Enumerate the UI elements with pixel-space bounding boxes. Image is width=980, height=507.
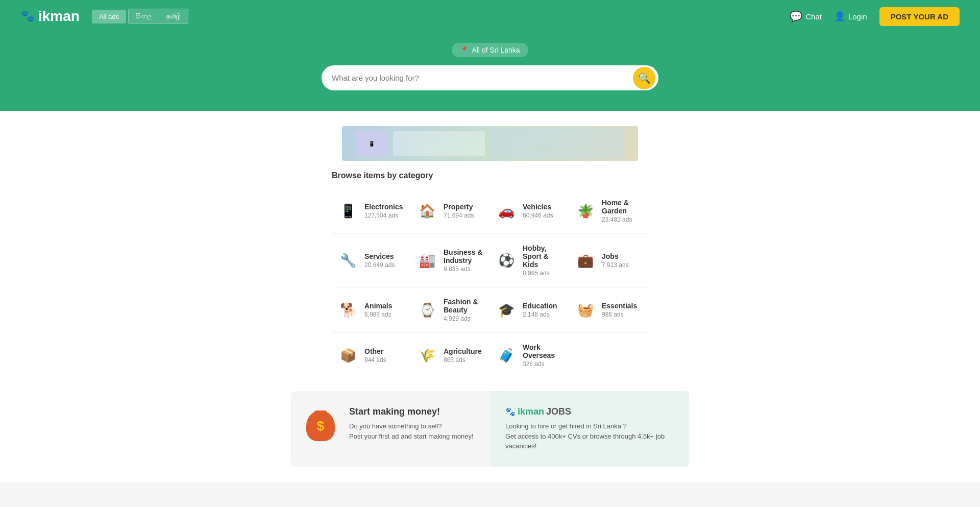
row-divider-1 [332,287,648,287]
login-button[interactable]: 👤 Login [834,11,867,22]
category-name-education: Education [523,302,557,310]
category-icon-vehicles: 🚗 [496,201,517,221]
category-icon-work-overseas: 🧳 [496,345,517,366]
logo-icon: 🐾 [20,10,34,23]
category-count-work-overseas: 326 ads [523,360,563,368]
category-info-education: Education 2,148 ads [523,302,557,318]
search-bar-wrap: 🔍 [322,65,658,90]
category-icon-electronics: 📱 [338,201,358,221]
category-item-agriculture[interactable]: 🌾 Agriculture 865 ads [411,335,490,376]
category-name-services: Services [364,252,395,260]
nav-all-ads[interactable]: All ads [92,10,126,23]
category-count-education: 2,148 ads [523,311,557,318]
category-name-property: Property [444,203,474,211]
category-item-essentials[interactable]: 🧺 Essentials 986 ads [569,289,648,330]
category-icon-agriculture: 🌾 [417,345,437,366]
bottom-card-sell: $ Start making money! Do you have someth… [291,391,490,467]
category-item-electronics[interactable]: 📱 Electronics 127,504 ads [332,190,411,231]
chat-button[interactable]: 💬 Chat [790,10,822,22]
location-text: All of Sri Lanka [472,46,520,54]
category-name-hobby-sport-kids: Hobby, Sport & Kids [523,244,563,269]
category-name-other: Other [364,347,386,355]
search-input[interactable] [322,65,658,90]
category-count-animals: 6,983 ads [364,311,392,318]
jobs-card-line2: Get access to 400k+ CVs or browse throug… [505,431,674,451]
search-button[interactable]: 🔍 [633,67,655,89]
category-info-hobby-sport-kids: Hobby, Sport & Kids 8,995 ads [523,244,563,277]
category-item-hobby-sport-kids[interactable]: ⚽ Hobby, Sport & Kids 8,995 ads [490,236,569,285]
category-count-electronics: 127,504 ads [364,212,403,219]
category-item-vehicles[interactable]: 🚗 Vehicles 60,946 ads [490,190,569,231]
category-count-business-industry: 9,835 ads [444,265,484,273]
category-item-business-industry[interactable]: 🏭 Business & Industry 9,835 ads [411,236,490,285]
category-icon-home-garden: 🪴 [575,201,596,221]
category-item-education[interactable]: 🎓 Education 2,148 ads [490,289,569,330]
category-item-services[interactable]: 🔧 Services 20,649 ads [332,236,411,285]
category-name-business-industry: Business & Industry [444,248,484,264]
sell-card-text: Start making money! Do you have somethin… [349,406,474,441]
category-icon-jobs: 💼 [575,250,596,271]
header: 🐾 ikman All ads සිංහල தமிழ் 💬 Chat 👤 Log… [0,0,980,33]
category-item-work-overseas[interactable]: 🧳 Work Overseas 326 ads [490,335,569,376]
post-ad-button[interactable]: POST YOUR AD [879,7,960,26]
category-item-property[interactable]: 🏠 Property 71,694 ads [411,190,490,231]
category-item-home-garden[interactable]: 🪴 Home & Garden 23,482 ads [569,190,648,231]
category-count-vehicles: 60,946 ads [523,212,553,219]
bottom-card-jobs: 🐾 ikman JOBS Looking to hire or get hire… [490,391,689,467]
logo[interactable]: 🐾 ikman [20,8,80,25]
category-count-home-garden: 23,482 ads [602,216,642,223]
category-info-property: Property 71,694 ads [444,203,474,219]
category-info-work-overseas: Work Overseas 326 ads [523,343,563,368]
category-item-other[interactable]: 📦 Other 944 ads [332,335,411,376]
lang-tamil[interactable]: தமிழ் [159,9,188,23]
chat-heart-icon: 💬 [790,10,802,22]
category-info-other: Other 944 ads [364,347,386,364]
category-name-animals: Animals [364,302,392,310]
row-divider-0 [332,233,648,234]
category-info-essentials: Essentials 986 ads [602,302,637,318]
category-item-jobs[interactable]: 💼 Jobs 7,913 ads [569,236,648,285]
header-left: 🐾 ikman All ads සිංහල தமிழ் [20,8,188,25]
category-count-services: 20,649 ads [364,261,395,269]
category-info-agriculture: Agriculture 865 ads [444,347,482,364]
search-icon: 🔍 [638,72,651,84]
logo-text: ikman [38,8,80,25]
row-divider-2 [332,332,648,333]
lang-sinhala[interactable]: සිංහල [129,9,159,23]
bottom-cards: $ Start making money! Do you have someth… [291,391,689,467]
category-item-fashion-beauty[interactable]: ⌚ Fashion & Beauty 4,929 ads [411,289,490,330]
browse-title: Browse items by category [332,171,648,180]
category-icon-fashion-beauty: ⌚ [417,300,437,320]
category-info-fashion-beauty: Fashion & Beauty 4,929 ads [444,298,484,322]
category-name-vehicles: Vehicles [523,203,553,211]
category-info-animals: Animals 6,983 ads [364,302,392,318]
categories-grid: 📱 Electronics 127,504 ads 🏠 Property 71,… [332,190,648,376]
category-count-agriculture: 865 ads [444,356,482,364]
sell-card-line1: Do you have something to sell? [349,421,474,431]
category-name-fashion-beauty: Fashion & Beauty [444,298,484,314]
category-name-work-overseas: Work Overseas [523,343,563,359]
category-icon-hobby-sport-kids: ⚽ [496,250,517,271]
category-icon-business-industry: 🏭 [417,250,437,271]
category-icon-essentials: 🧺 [575,300,596,320]
category-count-fashion-beauty: 4,929 ads [444,315,484,322]
nav-links: All ads සිංහල தமிழ் [92,9,188,24]
category-count-other: 944 ads [364,356,386,364]
category-count-hobby-sport-kids: 8,995 ads [523,270,563,277]
jobs-card-text: 🐾 ikman JOBS Looking to hire or get hire… [505,406,674,451]
sell-card-line2: Post your first ad and start making mone… [349,431,474,442]
category-item-animals[interactable]: 🐕 Animals 6,983 ads [332,289,411,330]
category-icon-animals: 🐕 [338,300,358,320]
sell-card-title: Start making money! [349,406,474,417]
category-info-jobs: Jobs 7,913 ads [602,252,629,269]
jobs-logo-jobs: JOBS [546,406,571,417]
category-count-property: 71,694 ads [444,212,474,219]
category-count-essentials: 986 ads [602,311,637,318]
chat-label: Chat [805,12,822,21]
person-icon: 👤 [834,11,845,22]
location-bar[interactable]: 📍 All of Sri Lanka [452,43,528,57]
login-label: Login [848,12,867,21]
category-info-services: Services 20,649 ads [364,252,395,269]
category-icon-property: 🏠 [417,201,437,221]
money-bag-icon: $ [306,406,339,447]
